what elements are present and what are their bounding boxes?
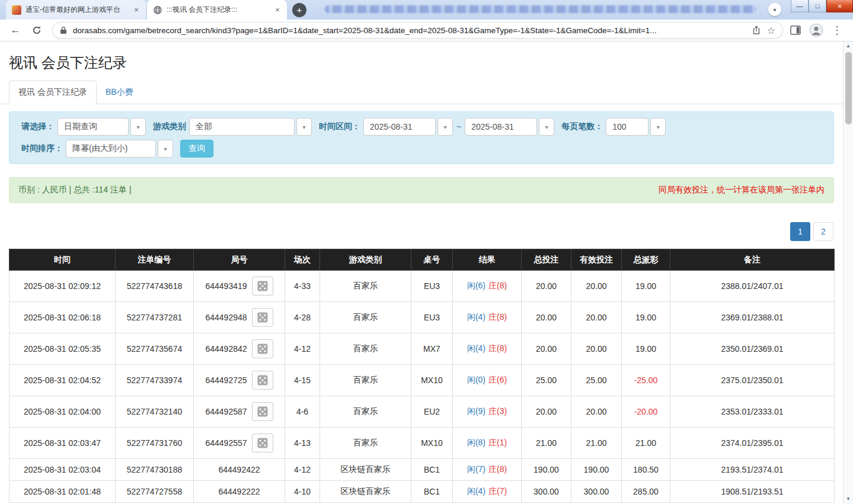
cell-total-bet[interactable]: 20.00 (522, 271, 571, 302)
date-start-value[interactable]: 2025-08-31 (363, 118, 436, 136)
caret-down-icon[interactable]: ▾ (650, 118, 666, 136)
header-game-type: 游戏类别 (320, 249, 411, 271)
result-banker: 庄(7) (488, 486, 507, 496)
tab-bb-tip[interactable]: BB小费 (97, 81, 142, 104)
currency-total-text: 币别 : 人民币 | 总共 :114 注单 | (18, 185, 132, 195)
menu-dots-icon[interactable]: ⋮ (832, 24, 842, 37)
side-panel-icon[interactable] (790, 25, 801, 35)
cell-session: 4-15 (285, 365, 320, 396)
replay-dice-button[interactable] (252, 402, 273, 421)
close-button[interactable]: × (826, 0, 853, 12)
cell-total-bet[interactable]: 21.00 (522, 428, 571, 459)
tab-betrecord-active[interactable]: 视讯 会员下注纪录 (9, 81, 97, 104)
header-note: 备注 (670, 249, 835, 271)
replay-dice-button[interactable] (252, 339, 273, 358)
caret-down-icon[interactable]: ▾ (158, 140, 173, 158)
replay-dice-button[interactable] (252, 371, 273, 390)
cell-round: 644492725 (194, 365, 285, 396)
cell-total-bet[interactable]: 25.00 (522, 365, 571, 396)
tab-close-icon[interactable]: × (132, 5, 141, 15)
scroll-down-icon[interactable]: ▼ (844, 495, 853, 504)
browser-tab-tongbao[interactable]: 通宝-信誉最好的网上游戏平台 × (6, 0, 146, 20)
new-tab-button[interactable]: + (292, 3, 306, 17)
header-time: 时间 (9, 249, 116, 271)
cell-table-no: BC1 (411, 481, 453, 503)
cell-note: 2374.01/2395.01 (670, 428, 835, 459)
table-row: 2025-08-31 02:01:48522774727558644492222… (9, 481, 835, 503)
per-page-select[interactable]: 100 ▾ (606, 118, 666, 136)
cell-round: 644492222 (194, 481, 285, 503)
cell-time: 2025-08-31 02:05:35 (9, 333, 116, 365)
cell-round: 644492557 (194, 428, 285, 459)
back-icon[interactable]: ← (7, 22, 24, 38)
cell-valid-bet: 20.00 (571, 333, 622, 365)
cell-note: 2193.51/2374.01 (670, 459, 835, 481)
date-tilde: ~ (456, 122, 461, 131)
page-button-2[interactable]: 2 (813, 222, 833, 241)
tab-close-icon[interactable]: × (273, 5, 282, 15)
result-player: 闲(4) (467, 344, 485, 353)
caret-down-icon[interactable]: ▾ (130, 118, 146, 136)
profile-avatar-icon[interactable] (809, 23, 823, 37)
tab-search-chevron-icon[interactable]: ▾ (768, 3, 781, 16)
table-row: 2025-08-31 02:03:04522774730188644492422… (9, 459, 835, 481)
cell-total-bet[interactable]: 190.00 (522, 459, 571, 481)
cell-note: 2369.01/2388.01 (670, 302, 835, 333)
table-row: 2025-08-31 02:06:18522774737281644492948… (9, 302, 835, 333)
date-start-select[interactable]: 2025-08-31 ▾ (363, 118, 453, 136)
cell-payout: -25.00 (622, 365, 670, 396)
replay-dice-button[interactable] (252, 277, 273, 296)
cell-time: 2025-08-31 02:04:00 (9, 396, 116, 428)
cell-time: 2025-08-31 02:09:12 (9, 271, 116, 302)
caret-down-icon[interactable]: ▾ (437, 118, 453, 136)
game-type-value[interactable]: 全部 (189, 118, 295, 136)
scrollbar-thumb[interactable] (845, 52, 852, 124)
page-content: 视讯 会员下注纪录 视讯 会员下注纪录 BB小费 请选择： 日期查询 ▾ 游戏类… (0, 41, 843, 504)
query-type-value[interactable]: 日期查询 (57, 118, 129, 136)
cell-total-bet[interactable]: 300.00 (522, 481, 571, 503)
search-button[interactable]: 查询 (180, 140, 213, 158)
cell-total-bet[interactable]: 20.00 (522, 333, 571, 365)
cell-round: 644492422 (194, 459, 285, 481)
cell-game-type: 百家乐 (320, 396, 411, 428)
cell-time: 2025-08-31 02:03:04 (9, 459, 116, 481)
query-type-select[interactable]: 日期查询 ▾ (57, 118, 146, 136)
url-text[interactable]: dorasabs.com/game/betrecord_search/kind3… (73, 26, 740, 35)
cell-session: 4-28 (285, 302, 320, 333)
game-type-select[interactable]: 全部 ▾ (189, 118, 312, 136)
cell-total-bet[interactable]: 20.00 (522, 396, 571, 428)
caret-down-icon[interactable]: ▾ (296, 118, 312, 136)
date-end-select[interactable]: 2025-08-31 ▾ (465, 118, 554, 136)
cell-total-bet[interactable]: 20.00 (522, 302, 571, 333)
date-range-label: 时间区间： (319, 121, 360, 132)
reload-icon[interactable] (28, 22, 46, 38)
scroll-up-icon[interactable]: ▲ (844, 41, 853, 51)
minimize-button[interactable]: — (791, 0, 809, 12)
notice-text: 同局有效投注，统一计算在该局第一张注单内 (659, 185, 825, 195)
date-end-value[interactable]: 2025-08-31 (465, 118, 537, 136)
page-scrollbar[interactable]: ▲ ▼ (843, 41, 853, 504)
result-player: 闲(6) (467, 281, 485, 290)
cell-game-type: 百家乐 (320, 302, 411, 333)
per-page-value[interactable]: 100 (606, 118, 648, 136)
replay-dice-button[interactable] (252, 434, 273, 452)
cell-bet-id: 522774737281 (116, 302, 194, 333)
maximize-button[interactable]: □ (809, 0, 826, 12)
cell-round: 644492842 (194, 333, 285, 365)
game-type-label: 游戏类别 (153, 121, 186, 132)
caret-down-icon[interactable]: ▾ (539, 118, 554, 136)
address-bar[interactable]: dorasabs.com/game/betrecord_search/kind3… (52, 22, 783, 38)
browser-tab-betrecord[interactable]: :::视讯 会员下注纪录::: × (147, 0, 287, 20)
browser-titlebar: 通宝-信誉最好的网上游戏平台 × :::视讯 会员下注纪录::: × + ▾ —… (0, 0, 853, 20)
table-row: 2025-08-31 02:09:12522774743618644493419… (9, 271, 835, 302)
result-banker: 庄(8) (488, 344, 507, 353)
cell-result: 闲(9)庄(3) (453, 396, 522, 428)
table-row: 2025-08-31 02:03:47522774731760644492557… (9, 428, 835, 459)
share-icon[interactable] (752, 25, 761, 35)
per-page-label: 每页笔数： (561, 121, 603, 132)
bookmark-star-icon[interactable]: ☆ (767, 25, 775, 36)
page-button-1[interactable]: 1 (790, 222, 810, 241)
sort-value[interactable]: 降幂(由大到小) (66, 140, 156, 158)
replay-dice-button[interactable] (252, 308, 273, 327)
sort-select[interactable]: 降幂(由大到小) ▾ (66, 140, 173, 158)
